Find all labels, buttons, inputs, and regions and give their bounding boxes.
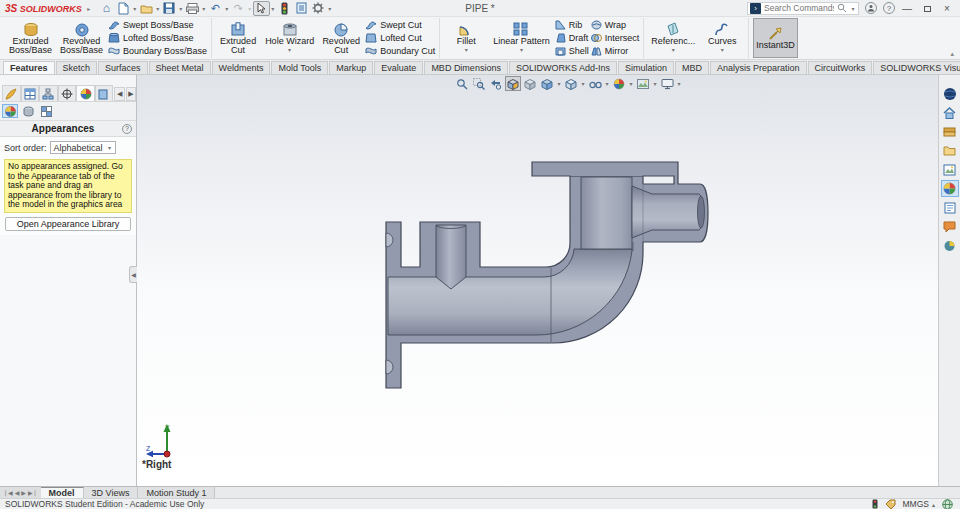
3dexperience-icon[interactable] <box>941 85 959 102</box>
intersect-item[interactable]: Intersect <box>591 33 640 44</box>
panel-tabs-right-icon[interactable]: ▶ <box>126 87 136 101</box>
panel-help-icon[interactable]: ? <box>122 124 132 134</box>
file-explorer-icon[interactable] <box>941 142 959 159</box>
tab-solidworks-add-ins[interactable]: SOLIDWORKS Add-Ins <box>509 61 617 74</box>
extruded-boss-base-button[interactable]: ExtrudedBoss/Base <box>6 18 55 58</box>
tab-mold-tools[interactable]: Mold Tools <box>271 61 328 74</box>
curves-button[interactable]: Curves ▾ <box>700 18 744 58</box>
minimize-button[interactable]: — <box>899 3 915 14</box>
status-globe-icon[interactable] <box>942 499 953 509</box>
open-icon[interactable] <box>138 1 155 16</box>
search-caret-icon[interactable]: ▾ <box>850 5 856 12</box>
design-library-icon[interactable] <box>941 123 959 140</box>
apply-scene-caret-icon[interactable]: ▾ <box>652 80 658 87</box>
last-tab-icon[interactable]: ▶❘ <box>28 489 38 496</box>
rib-item[interactable]: Rib <box>555 20 589 31</box>
revolved-boss-base-button[interactable]: RevolvedBoss/Base <box>57 18 106 58</box>
search-input[interactable] <box>764 3 834 13</box>
display-style-icon[interactable] <box>563 76 579 91</box>
tab-model[interactable]: Model <box>41 487 84 498</box>
display-manager-tab[interactable] <box>76 85 95 101</box>
panel-collapse-handle[interactable]: ◀ <box>129 266 137 283</box>
restore-button[interactable] <box>919 3 935 14</box>
logo-expand-icon[interactable]: ▸ <box>86 5 92 12</box>
first-tab-icon[interactable]: ❘◀ <box>3 489 13 496</box>
revolved-cut-button[interactable]: RevolvedCut <box>319 18 363 58</box>
zoom-to-fit-icon[interactable] <box>454 76 470 91</box>
select-tool-icon[interactable] <box>253 1 270 16</box>
lofted-cut-item[interactable]: Lofted Cut <box>365 33 435 44</box>
overflow-manager-tab[interactable] <box>95 85 114 101</box>
tab-mbd[interactable]: MBD <box>675 61 709 74</box>
reference-caret-icon[interactable]: ▾ <box>670 46 676 55</box>
section-view-icon[interactable] <box>505 76 521 91</box>
extruded-cut-button[interactable]: ExtrudedCut <box>216 18 260 58</box>
linear-pattern-button[interactable]: Linear Pattern ▾ <box>490 18 553 58</box>
hide-show-caret-icon[interactable]: ▾ <box>604 80 610 87</box>
feature-manager-tab[interactable] <box>2 85 21 101</box>
status-tag-icon[interactable] <box>885 499 896 509</box>
prev-tab-icon[interactable]: ◀ <box>15 489 20 496</box>
solidworks-resources-icon[interactable] <box>941 104 959 121</box>
file-properties-icon[interactable] <box>293 1 310 16</box>
model-viewport[interactable]: ▾ ▾ ▾ ▾ ▾ ▾ <box>137 75 938 486</box>
boundary-cut-item[interactable]: Boundary Cut <box>365 46 435 57</box>
instant3d-button[interactable]: Instant3D <box>753 18 798 58</box>
property-manager-tab[interactable] <box>21 85 40 101</box>
user-account-icon[interactable] <box>865 2 877 14</box>
tab-motion-study-1[interactable]: Motion Study 1 <box>138 487 215 498</box>
mirror-item[interactable]: Mirror <box>591 46 640 57</box>
view-orientation-caret-icon[interactable]: ▾ <box>556 80 562 87</box>
tab-sketch[interactable]: Sketch <box>56 61 98 74</box>
tab-circuitworks[interactable]: CircuitWorks <box>808 61 873 74</box>
search-commands-box[interactable]: › ▾ <box>747 2 859 15</box>
save-icon[interactable] <box>161 1 178 16</box>
edit-appearance-icon[interactable] <box>611 76 627 91</box>
wrap-item[interactable]: Wrap <box>591 20 640 31</box>
view-palette-icon[interactable] <box>941 161 959 178</box>
view-settings-icon[interactable] <box>659 76 675 91</box>
linear-pattern-caret-icon[interactable]: ▾ <box>518 46 524 55</box>
view-decals-button[interactable] <box>20 104 36 118</box>
tab-evaluate[interactable]: Evaluate <box>374 61 423 74</box>
next-tab-icon[interactable]: ▶ <box>21 489 26 496</box>
boundary-boss-base-item[interactable]: Boundary Boss/Base <box>108 46 207 57</box>
draft-item[interactable]: Draft <box>555 33 589 44</box>
new-document-icon[interactable] <box>115 1 132 16</box>
view-orientation-icon[interactable] <box>539 76 555 91</box>
tab-3d-views[interactable]: 3D Views <box>84 487 139 498</box>
reference-geometry-button[interactable]: Referenc... ▾ <box>648 18 698 58</box>
options-caret-icon[interactable]: ▾ <box>327 5 333 12</box>
sort-order-select[interactable]: Alphabetical ▾ <box>50 141 116 154</box>
view-scene-lights-button[interactable] <box>38 104 54 118</box>
fillet-caret-icon[interactable]: ▾ <box>463 46 469 55</box>
tab-analysis-preparation[interactable]: Analysis Preparation <box>710 61 807 74</box>
previous-view-icon[interactable] <box>488 76 504 91</box>
hide-show-items-icon[interactable] <box>587 76 603 91</box>
solidworks-cam-icon[interactable] <box>941 237 959 254</box>
help-icon[interactable]: ? <box>883 2 895 14</box>
custom-properties-icon[interactable] <box>941 199 959 216</box>
tab-mbd-dimensions[interactable]: MBD Dimensions <box>424 61 508 74</box>
lofted-boss-base-item[interactable]: Lofted Boss/Base <box>108 33 207 44</box>
hole-wizard-button[interactable]: Hole Wizard ▾ <box>262 18 317 58</box>
display-style-caret-icon[interactable]: ▾ <box>580 80 586 87</box>
apply-scene-icon[interactable] <box>635 76 651 91</box>
view-appearances-button[interactable] <box>2 104 18 118</box>
fillet-button[interactable]: Fillet ▾ <box>444 18 488 58</box>
print-icon[interactable] <box>184 1 201 16</box>
tab-surfaces[interactable]: Surfaces <box>98 61 148 74</box>
tab-sheet-metal[interactable]: Sheet Metal <box>149 61 211 74</box>
tab-features[interactable]: Features <box>3 61 55 74</box>
undo-icon[interactable]: ↶ <box>207 1 224 16</box>
tab-simulation[interactable]: Simulation <box>618 61 674 74</box>
unit-system[interactable]: MMGS ▴ <box>903 499 935 509</box>
open-appearance-library-button[interactable]: Open Appearance Library <box>5 217 131 231</box>
redo-icon[interactable]: ↷ <box>230 1 247 16</box>
dimxpert-manager-tab[interactable] <box>58 85 77 101</box>
ribbon-collapse-icon[interactable]: ▴ <box>950 50 954 58</box>
zoom-to-area-icon[interactable] <box>471 76 487 91</box>
shell-item[interactable]: Shell <box>555 46 589 57</box>
dynamic-annotation-views-icon[interactable] <box>522 76 538 91</box>
view-settings-caret-icon[interactable]: ▾ <box>676 80 682 87</box>
